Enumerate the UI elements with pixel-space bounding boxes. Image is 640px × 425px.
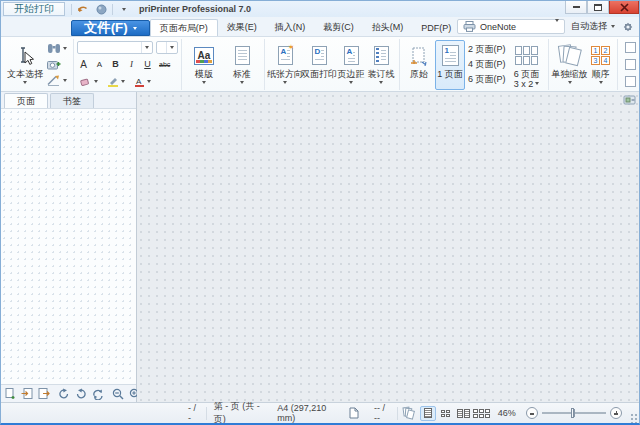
measure-button[interactable]: [44, 73, 70, 88]
duplex-label: 双面打印: [301, 69, 337, 79]
margins-button[interactable]: A 页边距: [336, 40, 366, 90]
standard-button[interactable]: 标准: [223, 40, 261, 90]
copies-checkbox[interactable]: 份数: [625, 75, 640, 88]
individual-zoom-label: 单独缩放: [552, 69, 588, 79]
six-pages-grid-button[interactable]: 6 页面 3 x 2: [509, 40, 545, 90]
one-page-button[interactable]: 1 1 页面: [435, 40, 465, 90]
font-color-row: A: [77, 74, 178, 89]
document-preview-canvas[interactable]: [137, 92, 639, 402]
resize-grip[interactable]: [630, 413, 638, 423]
chevron-down-icon: [240, 81, 244, 84]
document-icon: [235, 46, 250, 65]
format-eraser-button[interactable]: [77, 74, 101, 89]
underline-button[interactable]: U: [141, 58, 154, 71]
sidebar-tab-bookmarks[interactable]: 书签: [50, 93, 94, 108]
view-mode-switcher: [398, 406, 494, 421]
tab-effects[interactable]: 效果(E): [218, 19, 266, 36]
strikethrough-button[interactable]: abc: [157, 58, 172, 71]
minimize-button[interactable]: [565, 1, 587, 14]
tab-crop[interactable]: 裁剪(C): [314, 19, 363, 36]
paper-size-indicator[interactable]: A4 (297,210 mm): [270, 403, 341, 423]
view-thumbnails-button[interactable]: [438, 406, 454, 421]
screenshot-button[interactable]: [44, 57, 70, 72]
gutter-button[interactable]: 装订线: [366, 40, 396, 90]
bold-button[interactable]: B: [109, 58, 122, 71]
start-print-button[interactable]: 开始打印: [3, 2, 65, 16]
grow-font-button[interactable]: A: [77, 58, 90, 71]
zoom-slider-handle[interactable]: [571, 408, 574, 418]
panel-toggle-button[interactable]: [623, 94, 637, 108]
chevron-down-icon: [535, 82, 539, 85]
tab-page-layout[interactable]: 页面布局(P): [150, 19, 218, 36]
chevron-down-icon: [23, 81, 27, 84]
close-button[interactable]: [609, 1, 639, 14]
customize-qat-button[interactable]: [117, 2, 131, 16]
individual-zoom-button[interactable]: 单独缩放: [552, 40, 588, 90]
four-pages-button[interactable]: 4 页面(P): [465, 58, 509, 72]
printer-select[interactable]: OneNote: [457, 19, 565, 34]
rotate-ccw-button[interactable]: [74, 387, 88, 401]
template-label: 模版: [195, 69, 213, 79]
font-color-button[interactable]: A: [131, 74, 154, 89]
feedback-button[interactable]: [94, 2, 108, 16]
rotate-180-button[interactable]: [91, 387, 105, 401]
paper-source-select[interactable]: 自动选择: [571, 20, 615, 33]
insert-page-after-button[interactable]: [37, 387, 51, 401]
chevron-down-icon: [568, 81, 572, 84]
printer-settings-button[interactable]: [621, 20, 635, 34]
order-button[interactable]: 12 34 顺序: [588, 40, 614, 90]
gutter-label: 装订线: [368, 69, 395, 79]
chevron-down-icon: [147, 80, 151, 83]
sidebar-tab-pages[interactable]: 页面: [4, 93, 48, 108]
rotate-180-icon: [92, 388, 104, 400]
app-window: 开始打印 priPrinter Professional 7.0: [0, 0, 640, 425]
font-size-combo[interactable]: [156, 41, 178, 54]
view-multipage-button[interactable]: [402, 406, 418, 421]
paper-orientation-indicator[interactable]: [341, 403, 367, 423]
zoom-in-button[interactable]: [610, 407, 622, 419]
new-page-button[interactable]: [4, 387, 17, 401]
shrink-font-button[interactable]: A: [93, 58, 106, 71]
status-bar: - / - 第 - 页 (共 - 页) A4 (297,210 mm) -- /…: [1, 402, 639, 423]
highlight-color-button[interactable]: [104, 74, 128, 89]
tab-insert[interactable]: 插入(N): [266, 19, 315, 36]
six-pages-button[interactable]: 6 页面(P): [465, 73, 509, 87]
undo-button[interactable]: [76, 2, 90, 16]
zoom-out-button[interactable]: [526, 407, 538, 419]
zoom-slider-track[interactable]: [542, 412, 606, 414]
chevron-down-icon: [379, 81, 383, 84]
new-page-icon: [5, 388, 16, 400]
create-new-sheet-checkbox[interactable]: 总创建至新纸张: [625, 58, 640, 71]
tab-pdf[interactable]: PDF(P): [412, 19, 460, 36]
template-button[interactable]: Aa 模版: [185, 40, 223, 90]
chevron-down-icon: [63, 47, 67, 50]
sidebar-toolbar: [1, 384, 136, 402]
page-indicator[interactable]: 第 - 页 (共 - 页): [207, 403, 270, 423]
insert-page-before-button[interactable]: [20, 387, 34, 401]
view-facing-pages-button[interactable]: [456, 406, 472, 421]
find-button[interactable]: [44, 41, 70, 56]
text-select-button[interactable]: 文本选择: [6, 40, 44, 90]
italic-button[interactable]: I: [125, 58, 138, 71]
duplex-button[interactable]: D 双面打印: [302, 40, 336, 90]
caret-box: [555, 22, 559, 32]
original-button[interactable]: 原始: [403, 40, 435, 90]
view-single-page-button[interactable]: [420, 406, 436, 421]
font-name-combo[interactable]: [77, 41, 153, 54]
paper-orientation-icon: A ✶: [278, 46, 293, 65]
quick-access-toolbar: [71, 2, 131, 16]
tab-file[interactable]: 文件(F): [71, 20, 150, 36]
zoom-out-thumbs-button[interactable]: [111, 387, 125, 401]
tab-letterhead[interactable]: 抬头(M): [363, 19, 413, 36]
repeat-single-page-checkbox[interactable]: 单页重复显示: [625, 41, 640, 54]
maximize-button[interactable]: [587, 1, 609, 14]
chevron-down-icon: [599, 81, 603, 84]
two-pages-button[interactable]: 2 页面(P): [465, 43, 509, 57]
zoom-out-icon: [112, 388, 124, 400]
template-icon: Aa: [194, 47, 214, 65]
rotate-cw-button[interactable]: [57, 387, 71, 401]
view-grid-button[interactable]: [474, 406, 490, 421]
page-thumbnail-panel[interactable]: [1, 109, 136, 384]
paper-orientation-button[interactable]: A ✶ 纸张方向: [268, 40, 302, 90]
printer-name: OneNote: [480, 22, 516, 32]
